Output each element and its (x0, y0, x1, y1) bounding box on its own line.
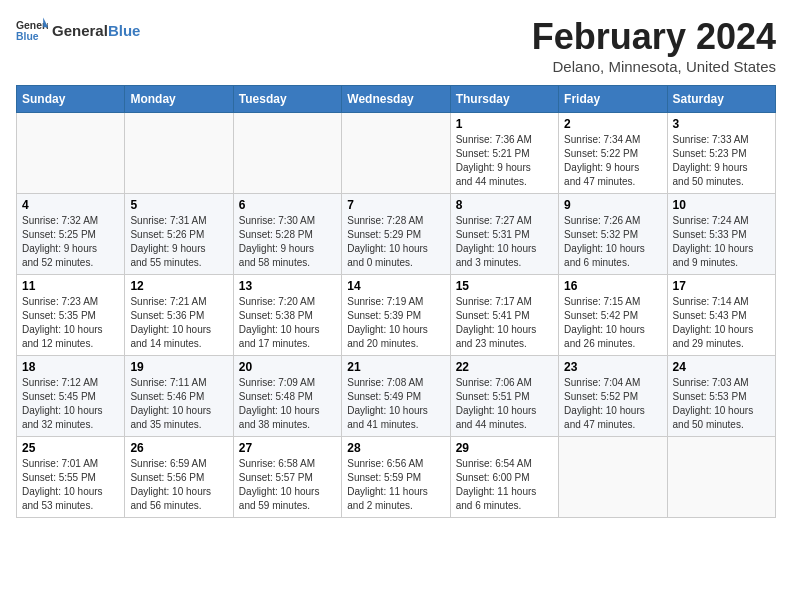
day-number: 29 (456, 441, 553, 455)
day-number: 7 (347, 198, 444, 212)
calendar-cell: 17Sunrise: 7:14 AM Sunset: 5:43 PM Dayli… (667, 275, 775, 356)
day-info: Sunrise: 7:32 AM Sunset: 5:25 PM Dayligh… (22, 214, 119, 270)
calendar-cell: 4Sunrise: 7:32 AM Sunset: 5:25 PM Daylig… (17, 194, 125, 275)
day-number: 9 (564, 198, 661, 212)
day-number: 21 (347, 360, 444, 374)
day-number: 6 (239, 198, 336, 212)
calendar-cell (667, 437, 775, 518)
calendar-cell: 25Sunrise: 7:01 AM Sunset: 5:55 PM Dayli… (17, 437, 125, 518)
calendar-cell: 11Sunrise: 7:23 AM Sunset: 5:35 PM Dayli… (17, 275, 125, 356)
day-info: Sunrise: 7:09 AM Sunset: 5:48 PM Dayligh… (239, 376, 336, 432)
day-number: 2 (564, 117, 661, 131)
day-number: 10 (673, 198, 770, 212)
column-header-sunday: Sunday (17, 86, 125, 113)
day-number: 18 (22, 360, 119, 374)
calendar-cell: 10Sunrise: 7:24 AM Sunset: 5:33 PM Dayli… (667, 194, 775, 275)
day-number: 8 (456, 198, 553, 212)
calendar-cell: 16Sunrise: 7:15 AM Sunset: 5:42 PM Dayli… (559, 275, 667, 356)
calendar-cell (125, 113, 233, 194)
title-area: February 2024 Delano, Minnesota, United … (532, 16, 776, 75)
calendar-cell (342, 113, 450, 194)
calendar-cell: 28Sunrise: 6:56 AM Sunset: 5:59 PM Dayli… (342, 437, 450, 518)
calendar-week-3: 11Sunrise: 7:23 AM Sunset: 5:35 PM Dayli… (17, 275, 776, 356)
day-number: 15 (456, 279, 553, 293)
logo-icon: General Blue (16, 16, 48, 44)
day-info: Sunrise: 7:17 AM Sunset: 5:41 PM Dayligh… (456, 295, 553, 351)
column-header-monday: Monday (125, 86, 233, 113)
day-number: 24 (673, 360, 770, 374)
calendar-table: SundayMondayTuesdayWednesdayThursdayFrid… (16, 85, 776, 518)
calendar-cell: 12Sunrise: 7:21 AM Sunset: 5:36 PM Dayli… (125, 275, 233, 356)
day-info: Sunrise: 7:33 AM Sunset: 5:23 PM Dayligh… (673, 133, 770, 189)
calendar-cell (233, 113, 341, 194)
calendar-cell (17, 113, 125, 194)
day-number: 5 (130, 198, 227, 212)
calendar-cell: 8Sunrise: 7:27 AM Sunset: 5:31 PM Daylig… (450, 194, 558, 275)
day-info: Sunrise: 7:30 AM Sunset: 5:28 PM Dayligh… (239, 214, 336, 270)
day-number: 17 (673, 279, 770, 293)
day-info: Sunrise: 6:54 AM Sunset: 6:00 PM Dayligh… (456, 457, 553, 513)
day-info: Sunrise: 7:06 AM Sunset: 5:51 PM Dayligh… (456, 376, 553, 432)
day-info: Sunrise: 7:31 AM Sunset: 5:26 PM Dayligh… (130, 214, 227, 270)
day-info: Sunrise: 6:59 AM Sunset: 5:56 PM Dayligh… (130, 457, 227, 513)
calendar-week-5: 25Sunrise: 7:01 AM Sunset: 5:55 PM Dayli… (17, 437, 776, 518)
logo-general: General (52, 22, 108, 39)
logo: General Blue GeneralBlue (16, 16, 140, 44)
month-year-title: February 2024 (532, 16, 776, 58)
calendar-cell: 26Sunrise: 6:59 AM Sunset: 5:56 PM Dayli… (125, 437, 233, 518)
day-info: Sunrise: 7:03 AM Sunset: 5:53 PM Dayligh… (673, 376, 770, 432)
day-number: 23 (564, 360, 661, 374)
calendar-cell: 18Sunrise: 7:12 AM Sunset: 5:45 PM Dayli… (17, 356, 125, 437)
column-header-thursday: Thursday (450, 86, 558, 113)
column-header-friday: Friday (559, 86, 667, 113)
day-number: 25 (22, 441, 119, 455)
day-info: Sunrise: 7:14 AM Sunset: 5:43 PM Dayligh… (673, 295, 770, 351)
day-info: Sunrise: 7:04 AM Sunset: 5:52 PM Dayligh… (564, 376, 661, 432)
day-info: Sunrise: 7:21 AM Sunset: 5:36 PM Dayligh… (130, 295, 227, 351)
day-info: Sunrise: 7:28 AM Sunset: 5:29 PM Dayligh… (347, 214, 444, 270)
calendar-cell: 20Sunrise: 7:09 AM Sunset: 5:48 PM Dayli… (233, 356, 341, 437)
calendar-header-row: SundayMondayTuesdayWednesdayThursdayFrid… (17, 86, 776, 113)
day-info: Sunrise: 7:26 AM Sunset: 5:32 PM Dayligh… (564, 214, 661, 270)
calendar-cell: 6Sunrise: 7:30 AM Sunset: 5:28 PM Daylig… (233, 194, 341, 275)
column-header-tuesday: Tuesday (233, 86, 341, 113)
calendar-cell: 22Sunrise: 7:06 AM Sunset: 5:51 PM Dayli… (450, 356, 558, 437)
day-number: 1 (456, 117, 553, 131)
day-info: Sunrise: 7:24 AM Sunset: 5:33 PM Dayligh… (673, 214, 770, 270)
day-number: 13 (239, 279, 336, 293)
day-info: Sunrise: 7:27 AM Sunset: 5:31 PM Dayligh… (456, 214, 553, 270)
calendar-week-2: 4Sunrise: 7:32 AM Sunset: 5:25 PM Daylig… (17, 194, 776, 275)
day-number: 4 (22, 198, 119, 212)
day-info: Sunrise: 7:12 AM Sunset: 5:45 PM Dayligh… (22, 376, 119, 432)
day-number: 3 (673, 117, 770, 131)
calendar-cell: 21Sunrise: 7:08 AM Sunset: 5:49 PM Dayli… (342, 356, 450, 437)
calendar-cell: 13Sunrise: 7:20 AM Sunset: 5:38 PM Dayli… (233, 275, 341, 356)
calendar-cell: 19Sunrise: 7:11 AM Sunset: 5:46 PM Dayli… (125, 356, 233, 437)
calendar-cell: 2Sunrise: 7:34 AM Sunset: 5:22 PM Daylig… (559, 113, 667, 194)
day-info: Sunrise: 7:34 AM Sunset: 5:22 PM Dayligh… (564, 133, 661, 189)
calendar-cell: 3Sunrise: 7:33 AM Sunset: 5:23 PM Daylig… (667, 113, 775, 194)
day-number: 27 (239, 441, 336, 455)
calendar-cell: 29Sunrise: 6:54 AM Sunset: 6:00 PM Dayli… (450, 437, 558, 518)
calendar-week-4: 18Sunrise: 7:12 AM Sunset: 5:45 PM Dayli… (17, 356, 776, 437)
day-number: 14 (347, 279, 444, 293)
svg-text:Blue: Blue (16, 31, 39, 42)
logo-blue: Blue (108, 22, 141, 39)
calendar-cell: 1Sunrise: 7:36 AM Sunset: 5:21 PM Daylig… (450, 113, 558, 194)
day-info: Sunrise: 7:08 AM Sunset: 5:49 PM Dayligh… (347, 376, 444, 432)
column-header-saturday: Saturday (667, 86, 775, 113)
day-number: 16 (564, 279, 661, 293)
day-number: 12 (130, 279, 227, 293)
calendar-cell (559, 437, 667, 518)
day-info: Sunrise: 6:58 AM Sunset: 5:57 PM Dayligh… (239, 457, 336, 513)
calendar-cell: 24Sunrise: 7:03 AM Sunset: 5:53 PM Dayli… (667, 356, 775, 437)
day-number: 20 (239, 360, 336, 374)
header: General Blue GeneralBlue February 2024 D… (16, 16, 776, 75)
calendar-cell: 14Sunrise: 7:19 AM Sunset: 5:39 PM Dayli… (342, 275, 450, 356)
day-number: 22 (456, 360, 553, 374)
day-number: 19 (130, 360, 227, 374)
day-info: Sunrise: 7:01 AM Sunset: 5:55 PM Dayligh… (22, 457, 119, 513)
day-info: Sunrise: 7:15 AM Sunset: 5:42 PM Dayligh… (564, 295, 661, 351)
day-info: Sunrise: 7:23 AM Sunset: 5:35 PM Dayligh… (22, 295, 119, 351)
calendar-cell: 7Sunrise: 7:28 AM Sunset: 5:29 PM Daylig… (342, 194, 450, 275)
